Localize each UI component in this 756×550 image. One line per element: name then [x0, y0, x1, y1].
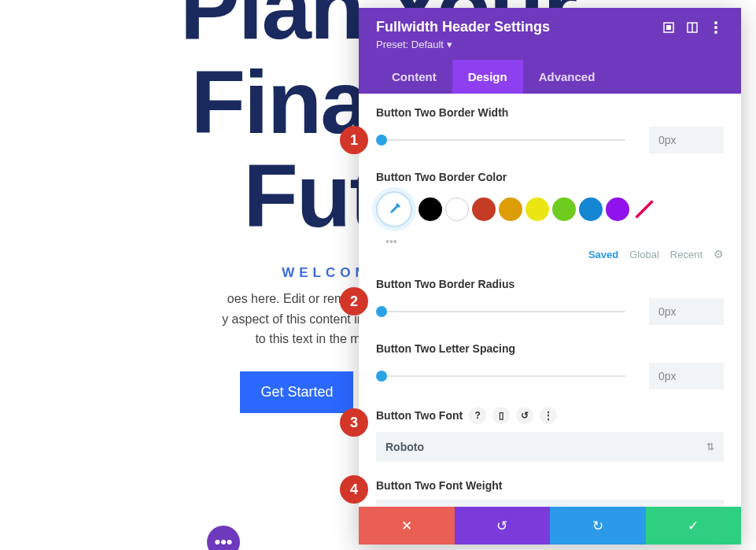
swatch-blue[interactable]	[579, 197, 603, 221]
prefs-recent[interactable]: Recent	[670, 249, 703, 260]
group-border-color: Button Two Border Color ••• Saved Global	[376, 171, 724, 260]
prefs-global[interactable]: Global	[629, 249, 659, 260]
panel-header: Fullwidth Header Settings Preset: Defaul…	[359, 8, 741, 94]
input-border-width[interactable]	[649, 127, 724, 153]
select-font[interactable]: Roboto ⇅	[376, 432, 724, 462]
expand-icon[interactable]	[661, 20, 677, 35]
slider-border-radius[interactable]	[376, 306, 625, 317]
group-letter-spacing: Button Two Letter Spacing	[376, 342, 724, 389]
slider-border-width[interactable]	[376, 135, 625, 146]
label-border-radius: Button Two Border Radius	[376, 278, 724, 290]
snap-icon[interactable]	[684, 20, 700, 35]
panel-footer: ✕ ↺ ↻ ✓	[359, 507, 741, 544]
label-border-width: Button Two Border Width	[376, 106, 724, 119]
input-border-radius[interactable]	[649, 298, 724, 325]
tab-content[interactable]: Content	[376, 60, 452, 94]
svg-point-5	[714, 26, 717, 29]
group-font: Button Two Font ? ▯ ↺ ⋮ Roboto ⇅	[376, 407, 724, 462]
chevron-updown-icon: ⇅	[706, 441, 714, 452]
svg-point-4	[714, 21, 717, 24]
label-font-text: Button Two Font	[376, 409, 463, 422]
prefs-saved[interactable]: Saved	[588, 249, 618, 260]
close-button[interactable]: ✕	[359, 507, 455, 544]
eyedropper-button[interactable]	[376, 191, 412, 227]
phone-icon[interactable]: ▯	[492, 407, 510, 424]
panel-body[interactable]: Button Two Border Width Button Two Borde…	[359, 94, 741, 507]
swatch-yellow[interactable]	[526, 197, 549, 221]
swatch-black[interactable]	[419, 197, 442, 221]
swatch-purple[interactable]	[606, 197, 629, 221]
more-color-options[interactable]: •••	[385, 235, 724, 248]
swatch-amber[interactable]	[499, 197, 522, 221]
swatch-green[interactable]	[552, 197, 576, 221]
panel-title: Fullwidth Header Settings	[376, 19, 653, 35]
select-font-value: Roboto	[385, 441, 424, 453]
label-letter-spacing: Button Two Letter Spacing	[376, 342, 724, 355]
reset-icon[interactable]: ↺	[516, 407, 533, 424]
swatch-none[interactable]	[632, 197, 656, 221]
label-border-color: Button Two Border Color	[376, 171, 724, 183]
select-font-weight[interactable]: Medium ⇅	[376, 500, 724, 507]
swatch-red[interactable]	[472, 197, 496, 221]
svg-point-6	[714, 31, 717, 34]
slider-letter-spacing[interactable]	[376, 371, 625, 382]
panel-tabs: Content Design Advanced	[376, 60, 724, 94]
kebab-icon[interactable]	[708, 20, 724, 35]
settings-panel: Fullwidth Header Settings Preset: Defaul…	[359, 8, 741, 544]
label-font: Button Two Font ? ▯ ↺ ⋮	[376, 407, 724, 424]
save-button[interactable]: ✓	[646, 507, 742, 544]
tab-advanced[interactable]: Advanced	[523, 60, 611, 94]
tab-design[interactable]: Design	[452, 60, 523, 94]
undo-button[interactable]: ↺	[455, 507, 551, 544]
group-font-weight: Button Two Font Weight Medium ⇅	[376, 479, 724, 507]
annotation-badge-3: 3	[340, 408, 368, 437]
page-more-button[interactable]: •••	[207, 526, 240, 550]
group-border-radius: Button Two Border Radius	[376, 278, 724, 325]
svg-rect-1	[666, 25, 671, 30]
gear-icon[interactable]: ⚙	[714, 248, 724, 260]
input-letter-spacing[interactable]	[649, 363, 724, 389]
help-icon[interactable]: ?	[469, 407, 486, 424]
annotation-badge-1: 1	[340, 126, 368, 154]
color-prefs-row: Saved Global Recent ⚙	[376, 248, 724, 260]
group-border-width: Button Two Border Width	[376, 106, 724, 153]
swatch-white[interactable]	[445, 197, 469, 221]
kebab-field-icon[interactable]: ⋮	[540, 407, 557, 424]
preset-selector[interactable]: Preset: Default ▾	[376, 39, 724, 50]
label-font-weight: Button Two Font Weight	[376, 479, 724, 492]
preset-label: Preset: Default	[376, 39, 444, 50]
redo-button[interactable]: ↻	[550, 507, 646, 544]
annotation-badge-2: 2	[340, 287, 368, 316]
get-started-button[interactable]: Get Started	[240, 371, 353, 413]
annotation-badge-4: 4	[340, 475, 368, 504]
